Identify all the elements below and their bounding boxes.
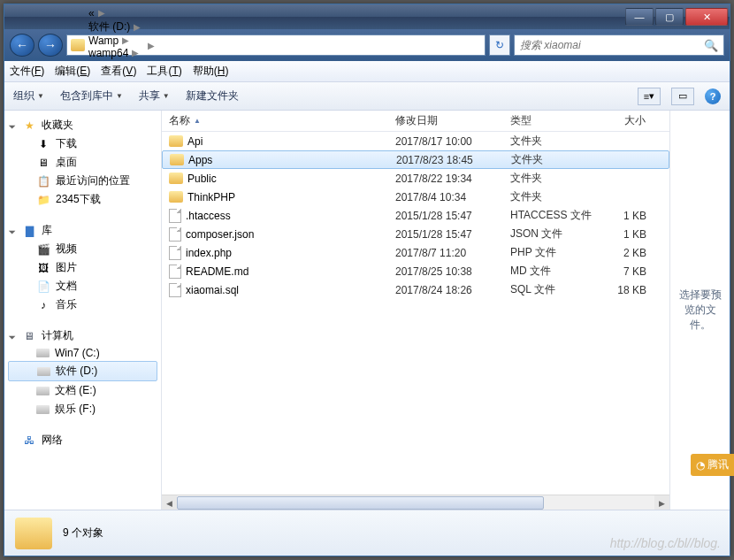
folder-icon [15, 518, 52, 549]
tencent-side-tab[interactable]: ◔ 腾讯 [691, 454, 734, 476]
menu-item[interactable]: 查看(V) [101, 64, 136, 79]
file-list: 名称▲ 修改日期 类型 大小 Api2017/8/17 10:00文件夹Apps… [162, 111, 669, 510]
drive-icon [36, 387, 50, 395]
file-row[interactable]: Public2017/8/22 19:34文件夹 [162, 169, 669, 188]
sidebar-item[interactable]: Win7 (C:) [4, 345, 161, 361]
file-row[interactable]: ThinkPHP2017/8/4 10:34文件夹 [162, 188, 669, 206]
sidebar-libraries[interactable]: ▇库 [4, 221, 161, 240]
file-row[interactable]: xiaomai.sql2017/8/24 18:26SQL 文件18 KB [162, 280, 669, 299]
breadcrumb-segment[interactable]: 软件 (D:)▶ [88, 19, 144, 35]
organize-button[interactable]: 组织▼ [13, 88, 44, 104]
menu-item[interactable]: 文件(F) [10, 64, 44, 79]
item-icon: 📄 [36, 280, 50, 294]
breadcrumb-segment[interactable]: wamp64▶ [88, 47, 144, 59]
folder-icon [169, 135, 183, 147]
item-icon: 🖼 [36, 261, 50, 275]
library-icon: ▇ [22, 224, 36, 238]
folder-icon [169, 173, 183, 184]
share-button[interactable]: 共享▼ [139, 88, 170, 104]
close-button[interactable]: ✕ [685, 8, 728, 26]
address-bar[interactable]: «▶软件 (D:)▶Wamp▶wamp64▶www▶xiaomai▶ ▶ [66, 35, 486, 56]
sidebar-navigation: ★收藏夹 ⬇下载🖥桌面📋最近访问的位置📁2345下载 ▇库 🎬视频🖼图片📄文档♪… [4, 111, 162, 510]
chevron-icon[interactable]: ▶ [128, 48, 142, 58]
column-type[interactable]: 类型 [503, 111, 602, 131]
forward-button[interactable]: → [38, 34, 63, 57]
menu-item[interactable]: 帮助(H) [193, 64, 229, 79]
scroll-left-arrow[interactable]: ◀ [162, 495, 177, 510]
chevron-icon[interactable]: ▶ [119, 35, 133, 45]
menubar: 文件(F)编辑(E)查看(V)工具(T)帮助(H) [4, 61, 730, 82]
folder-icon [71, 39, 85, 51]
refresh-button[interactable]: ↻ [489, 35, 510, 56]
breadcrumb-segment[interactable]: «▶ [88, 7, 144, 19]
sidebar-item[interactable]: ♪音乐 [4, 295, 161, 314]
sidebar-network[interactable]: 🖧网络 [4, 431, 161, 449]
sidebar-item[interactable]: 娱乐 (F:) [4, 400, 161, 418]
item-icon: 📋 [36, 174, 50, 188]
item-icon: 📁 [36, 193, 50, 207]
column-size[interactable]: 大小 [602, 111, 654, 131]
new-folder-button[interactable]: 新建文件夹 [186, 88, 239, 104]
sidebar-computer[interactable]: 🖥计算机 [4, 326, 161, 345]
menu-item[interactable]: 工具(T) [147, 64, 181, 79]
file-icon [169, 246, 181, 260]
sidebar-favorites[interactable]: ★收藏夹 [4, 116, 161, 134]
breadcrumb-segment[interactable]: Wamp▶ [88, 35, 144, 47]
explorer-window: — ▢ ✕ ← → «▶软件 (D:)▶Wamp▶wamp64▶www▶xiao… [4, 4, 730, 556]
scroll-right-arrow[interactable]: ▶ [654, 495, 669, 510]
sidebar-item[interactable]: 文档 (E:) [4, 381, 161, 400]
chevron-icon[interactable]: ▶ [95, 8, 109, 18]
file-icon [169, 283, 181, 297]
folder-icon [169, 191, 183, 203]
star-icon: ★ [22, 119, 36, 133]
column-date[interactable]: 修改日期 [388, 111, 503, 131]
chevron-icon[interactable]: ▶ [130, 22, 144, 32]
help-icon[interactable]: ? [705, 88, 721, 104]
scroll-thumb[interactable] [177, 496, 544, 510]
sidebar-item[interactable]: ⬇下载 [4, 134, 161, 153]
file-row[interactable]: composer.json2015/1/28 15:47JSON 文件1 KB [162, 225, 669, 243]
sidebar-item[interactable]: 🎬视频 [4, 240, 161, 258]
preview-pane-button[interactable]: ▭ [671, 88, 694, 105]
sidebar-item[interactable]: 📋最近访问的位置 [4, 172, 161, 190]
sidebar-item[interactable]: 软件 (D:) [8, 361, 157, 381]
file-row[interactable]: index.php2017/8/7 11:20PHP 文件2 KB [162, 243, 669, 262]
nav-bar: ← → «▶软件 (D:)▶Wamp▶wamp64▶www▶xiaomai▶ ▶… [4, 29, 730, 61]
preview-pane: 选择要预览的文件。 [669, 111, 730, 510]
file-icon [169, 265, 181, 279]
file-row[interactable]: README.md2017/8/25 10:38MD 文件7 KB [162, 262, 669, 280]
sidebar-item[interactable]: 🖼图片 [4, 258, 161, 277]
file-row[interactable]: .htaccess2015/1/28 15:47HTACCESS 文件1 KB [162, 206, 669, 225]
folder-icon [170, 154, 184, 165]
column-name[interactable]: 名称▲ [162, 111, 388, 131]
view-options-button[interactable]: ≡ ▾ [638, 88, 661, 105]
horizontal-scrollbar[interactable]: ◀ ▶ [162, 495, 669, 510]
search-box[interactable]: 🔍 [514, 35, 724, 56]
drive-icon [37, 367, 50, 376]
maximize-button[interactable]: ▢ [655, 8, 684, 26]
status-bar: 9 个对象 http://blog.c/bl//blog. [4, 510, 730, 556]
sidebar-item[interactable]: 📄文档 [4, 277, 161, 295]
search-input[interactable] [520, 39, 704, 51]
item-icon: 🖥 [36, 156, 50, 170]
toolbar: 组织▼ 包含到库中▼ 共享▼ 新建文件夹 ≡ ▾ ▭ ? [4, 82, 730, 111]
item-icon: 🎬 [36, 242, 50, 257]
file-row[interactable]: Apps2017/8/23 18:45文件夹 [162, 150, 669, 169]
sidebar-item[interactable]: 🖥桌面 [4, 153, 161, 172]
item-icon: ⬇ [36, 137, 50, 151]
watermark-text: http://blog.c/bl//blog. [610, 536, 721, 550]
search-icon[interactable]: 🔍 [704, 39, 718, 52]
network-icon: 🖧 [22, 433, 36, 448]
computer-icon: 🖥 [22, 329, 36, 343]
back-button[interactable]: ← [10, 34, 34, 57]
include-library-button[interactable]: 包含到库中▼ [60, 88, 123, 104]
file-icon [169, 209, 181, 223]
chevron-icon[interactable]: ▶ [144, 41, 158, 50]
minimize-button[interactable]: — [625, 8, 654, 26]
item-count: 9 个对象 [63, 525, 103, 541]
menu-item[interactable]: 编辑(E) [55, 64, 90, 79]
column-headers: 名称▲ 修改日期 类型 大小 [162, 111, 669, 132]
sidebar-item[interactable]: 📁2345下载 [4, 190, 161, 209]
file-row[interactable]: Api2017/8/17 10:00文件夹 [162, 132, 669, 150]
drive-icon [36, 349, 50, 357]
